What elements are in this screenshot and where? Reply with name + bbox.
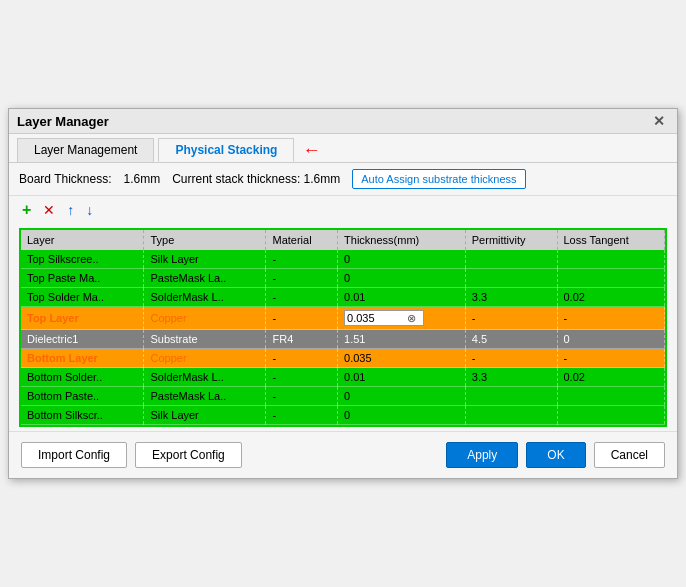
cell-material: -: [266, 387, 338, 406]
cell-loss-tangent: 0: [557, 330, 665, 349]
cell-layer: Dielectric1: [21, 330, 144, 349]
table-row: Dielectric1 Substrate FR4 1.51 4.5 0: [21, 330, 665, 349]
cell-layer: Bottom Paste..: [21, 387, 144, 406]
cell-type: Copper: [144, 349, 266, 368]
footer-buttons: Import Config Export Config Apply OK Can…: [9, 431, 677, 478]
cell-material: -: [266, 368, 338, 387]
cell-material: -: [266, 288, 338, 307]
tab-physical-stacking[interactable]: Physical Stacking: [158, 138, 294, 162]
thickness-value: 0: [344, 390, 350, 402]
cell-permittivity: [465, 387, 557, 406]
clear-thickness-button[interactable]: ⊗: [405, 312, 418, 325]
col-material: Material: [266, 230, 338, 250]
col-permittivity: Permittivity: [465, 230, 557, 250]
tab-arrow-icon: ←: [302, 140, 320, 161]
table-row: Top Paste Ma.. PasteMask La.. - 0: [21, 269, 665, 288]
cell-thickness: 0: [338, 387, 466, 406]
cell-permittivity: [465, 406, 557, 425]
dialog-title: Layer Manager: [17, 114, 109, 129]
move-up-button[interactable]: ↑: [64, 201, 77, 219]
cell-thickness: 1.51: [338, 330, 466, 349]
delete-layer-button[interactable]: ✕: [40, 201, 58, 219]
layers-table: Layer Type Material Thickness(mm) Permit…: [21, 230, 665, 425]
cancel-button[interactable]: Cancel: [594, 442, 665, 468]
board-thickness-value: 1.6mm: [124, 172, 161, 186]
cell-type: PasteMask La..: [144, 387, 266, 406]
move-down-button[interactable]: ↓: [83, 201, 96, 219]
table-row: Bottom Silkscr.. Silk Layer - 0: [21, 406, 665, 425]
cell-type: Silk Layer: [144, 250, 266, 269]
cell-material: -: [266, 250, 338, 269]
thickness-value: 0.035: [344, 352, 372, 364]
thickness-value: 0.01: [344, 291, 365, 303]
cell-loss-tangent: [557, 250, 665, 269]
cell-type: Silk Layer: [144, 406, 266, 425]
table-row: Top Silkscree.. Silk Layer - 0: [21, 250, 665, 269]
table-header-row: Layer Type Material Thickness(mm) Permit…: [21, 230, 665, 250]
title-bar: Layer Manager ✕: [9, 109, 677, 134]
cell-loss-tangent: [557, 406, 665, 425]
cell-layer: Top Solder Ma..: [21, 288, 144, 307]
cell-loss-tangent: [557, 269, 665, 288]
cell-material: -: [266, 349, 338, 368]
cell-type: Substrate: [144, 330, 266, 349]
cell-thickness: 0.035: [338, 349, 466, 368]
apply-button[interactable]: Apply: [446, 442, 518, 468]
col-layer: Layer: [21, 230, 144, 250]
cell-loss-tangent: [557, 387, 665, 406]
cell-permittivity: 4.5: [465, 330, 557, 349]
footer-left-buttons: Import Config Export Config: [21, 442, 242, 468]
cell-layer: Bottom Layer: [21, 349, 144, 368]
auto-assign-button[interactable]: Auto Assign substrate thickness: [352, 169, 525, 189]
table-row: Top Solder Ma.. SolderMask L.. - 0.01 3.…: [21, 288, 665, 307]
cell-layer: Bottom Silkscr..: [21, 406, 144, 425]
thickness-value: 0.01: [344, 371, 365, 383]
cell-loss-tangent: 0.02: [557, 288, 665, 307]
col-loss-tangent: Loss Tangent: [557, 230, 665, 250]
cell-layer: Top Silkscree..: [21, 250, 144, 269]
cell-type: Copper: [144, 307, 266, 330]
col-type: Type: [144, 230, 266, 250]
cell-loss-tangent: 0.02: [557, 368, 665, 387]
table-row: Bottom Paste.. PasteMask La.. - 0: [21, 387, 665, 406]
cell-type: SolderMask L..: [144, 288, 266, 307]
layers-table-container: Layer Type Material Thickness(mm) Permit…: [19, 228, 667, 427]
table-row: Top Layer Copper - ⊗ - -: [21, 307, 665, 330]
close-button[interactable]: ✕: [649, 113, 669, 129]
cell-permittivity: 3.3: [465, 368, 557, 387]
cell-thickness[interactable]: ⊗: [338, 307, 466, 330]
export-config-button[interactable]: Export Config: [135, 442, 242, 468]
tab-layer-management[interactable]: Layer Management: [17, 138, 154, 162]
footer-right-buttons: Apply OK Cancel: [446, 442, 665, 468]
cell-material: -: [266, 269, 338, 288]
cell-permittivity: 3.3: [465, 288, 557, 307]
table-row: Bottom Solder.. SolderMask L.. - 0.01 3.…: [21, 368, 665, 387]
cell-permittivity: [465, 269, 557, 288]
cell-permittivity: -: [465, 349, 557, 368]
table-row: Bottom Layer Copper - 0.035 - -: [21, 349, 665, 368]
thickness-value: 0: [344, 409, 350, 421]
cell-material: -: [266, 307, 338, 330]
board-thickness-row: Board Thickness: 1.6mm Current stack thi…: [9, 163, 677, 196]
cell-thickness: 0.01: [338, 288, 466, 307]
import-config-button[interactable]: Import Config: [21, 442, 127, 468]
cell-thickness: 0: [338, 406, 466, 425]
cell-type: SolderMask L..: [144, 368, 266, 387]
cell-material: FR4: [266, 330, 338, 349]
tab-bar: Layer Management Physical Stacking ←: [9, 134, 677, 163]
layer-manager-dialog: Layer Manager ✕ Layer Management Physica…: [8, 108, 678, 479]
cell-permittivity: [465, 250, 557, 269]
cell-type: PasteMask La..: [144, 269, 266, 288]
board-thickness-label: Board Thickness:: [19, 172, 112, 186]
cell-thickness: 0: [338, 250, 466, 269]
cell-material: -: [266, 406, 338, 425]
add-layer-button[interactable]: +: [19, 200, 34, 220]
thickness-value: 1.51: [344, 333, 365, 345]
cell-loss-tangent: -: [557, 349, 665, 368]
thickness-input[interactable]: [345, 311, 405, 325]
cell-layer: Top Paste Ma..: [21, 269, 144, 288]
ok-button[interactable]: OK: [526, 442, 585, 468]
thickness-value: 0: [344, 253, 350, 265]
cell-layer: Bottom Solder..: [21, 368, 144, 387]
thickness-value: 0: [344, 272, 350, 284]
